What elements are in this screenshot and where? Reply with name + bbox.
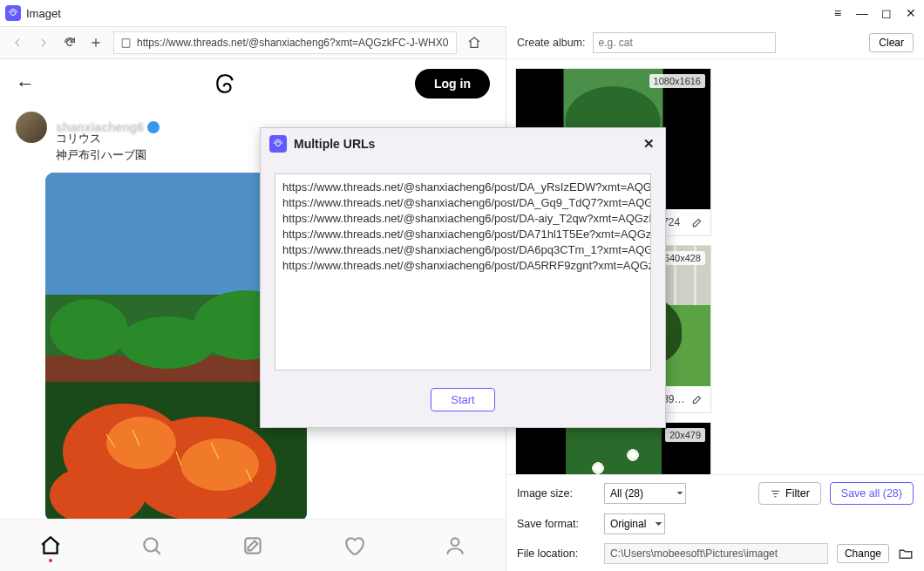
modal-title-text: Multiple URLs (294, 137, 375, 151)
tag-icon[interactable] (465, 34, 483, 51)
album-label: Create album: (517, 37, 586, 49)
titlebar: Imaget ≡ — ◻ ✕ (0, 0, 924, 26)
change-button[interactable]: Change (837, 544, 889, 563)
dimension-badge: 20x479 (665, 428, 705, 442)
svg-point-0 (11, 11, 16, 16)
app-logo (5, 5, 21, 21)
clear-button[interactable]: Clear (869, 33, 914, 52)
file-location-label: File location: (517, 547, 595, 560)
modal-close-icon[interactable]: ✕ (641, 136, 656, 152)
edit-icon[interactable] (691, 216, 703, 228)
menu-icon[interactable]: ≡ (830, 5, 846, 21)
nav-heart-icon[interactable] (343, 534, 365, 557)
svg-point-14 (144, 538, 157, 551)
dimension-badge: 640x428 (660, 251, 705, 265)
album-input[interactable] (593, 32, 776, 53)
modal-logo-icon (269, 135, 287, 153)
url-bar[interactable]: https://www.threads.net/@shanxiacheng6?x… (113, 31, 457, 54)
image-card[interactable]: 20x479 461973853_1235102277687948_76 (515, 422, 711, 474)
minimize-icon[interactable]: — (854, 5, 870, 21)
svg-point-21 (276, 142, 281, 146)
verified-icon (147, 121, 160, 133)
reload-icon[interactable] (61, 34, 78, 51)
dimension-badge: 1080x1616 (649, 74, 705, 88)
svg-point-9 (106, 417, 176, 469)
nav-home-icon[interactable] (39, 534, 62, 557)
bottom-nav (0, 519, 506, 571)
threads-logo-icon (214, 72, 236, 95)
url-text: https://www.threads.net/@shanxiacheng6?x… (137, 37, 456, 49)
close-window-icon[interactable]: ✕ (903, 5, 919, 21)
file-location-input[interactable] (604, 543, 828, 564)
nav-compose-icon[interactable] (241, 534, 264, 557)
url-list-textarea[interactable]: https://www.threads.net/@shanxiacheng6/p… (275, 173, 651, 370)
image-size-select[interactable]: All (28) (604, 483, 686, 504)
url-line: https://www.threads.net/@shanxiacheng6/p… (282, 227, 643, 242)
back-icon[interactable] (9, 34, 26, 51)
svg-point-10 (180, 438, 259, 491)
start-button[interactable]: Start (431, 388, 494, 411)
url-line: https://www.threads.net/@shanxiacheng6/p… (282, 242, 643, 258)
save-all-button[interactable]: Save all (28) (830, 482, 914, 505)
url-line: https://www.threads.net/@shanxiacheng6/p… (282, 195, 643, 211)
svg-point-16 (452, 538, 459, 546)
threads-back-icon[interactable]: ← (16, 72, 35, 95)
login-button[interactable]: Log in (415, 69, 490, 99)
svg-rect-1 (122, 38, 130, 47)
nav-search-icon[interactable] (140, 534, 163, 557)
page-icon (114, 37, 137, 49)
filter-button[interactable]: Filter (758, 482, 821, 505)
album-row: Create album: Clear (506, 26, 924, 59)
url-line: https://www.threads.net/@shanxiacheng6/p… (282, 258, 643, 274)
threads-header: ← Log in (0, 59, 506, 108)
url-line: https://www.threads.net/@shanxiacheng6/p… (282, 180, 643, 195)
app-title: Imaget (26, 7, 61, 20)
svg-point-11 (50, 299, 128, 360)
bottom-controls: Image size: All (28) Filter Save all (28… (506, 474, 924, 571)
image-size-label: Image size: (517, 487, 595, 500)
avatar[interactable] (16, 112, 47, 143)
svg-point-13 (119, 316, 215, 369)
multiple-urls-modal: Multiple URLs ✕ https://www.threads.net/… (260, 127, 666, 428)
maximize-icon[interactable]: ◻ (879, 5, 894, 21)
edit-icon[interactable] (691, 393, 703, 405)
save-format-select[interactable]: Original (604, 513, 665, 534)
save-format-label: Save format: (517, 518, 595, 530)
url-line: https://www.threads.net/@shanxiacheng6/p… (282, 211, 643, 227)
profile-username: shanxiacheng6 (56, 120, 144, 134)
nav-profile-icon[interactable] (444, 534, 466, 557)
forward-icon[interactable] (35, 34, 52, 51)
new-tab-icon[interactable] (87, 34, 105, 51)
thumbnail: 20x479 (516, 423, 710, 474)
folder-icon[interactable] (898, 546, 914, 561)
